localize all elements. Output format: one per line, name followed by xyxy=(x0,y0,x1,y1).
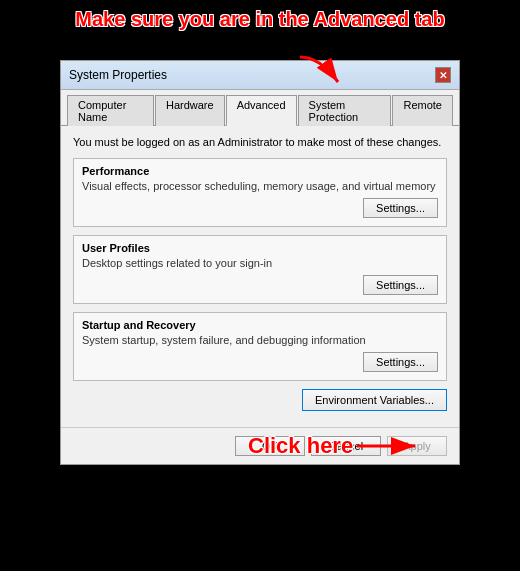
performance-settings-button[interactable]: Settings... xyxy=(363,198,438,218)
startup-recovery-desc: System startup, system failure, and debu… xyxy=(82,334,438,346)
startup-recovery-section: Startup and Recovery System startup, sys… xyxy=(73,312,447,381)
performance-title: Performance xyxy=(82,165,438,177)
system-properties-dialog: System Properties ✕ Computer Name Hardwa… xyxy=(60,60,460,465)
tab-computer-name[interactable]: Computer Name xyxy=(67,95,154,126)
performance-desc: Visual effects, processor scheduling, me… xyxy=(82,180,438,192)
admin-notice: You must be logged on as an Administrato… xyxy=(73,134,447,150)
title-bar: System Properties ✕ xyxy=(61,61,459,90)
tab-hardware[interactable]: Hardware xyxy=(155,95,225,126)
startup-recovery-settings-button[interactable]: Settings... xyxy=(363,352,438,372)
tab-content: You must be logged on as an Administrato… xyxy=(61,126,459,427)
tab-system-protection[interactable]: System Protection xyxy=(298,95,392,126)
dialog-title: System Properties xyxy=(69,68,167,82)
tab-advanced[interactable]: Advanced xyxy=(226,95,297,126)
arrow-to-tab xyxy=(290,52,350,99)
performance-section: Performance Visual effects, processor sc… xyxy=(73,158,447,227)
instruction-text: Make sure you are in the Advanced tab xyxy=(75,8,444,31)
env-variables-row: Environment Variables... xyxy=(73,389,447,411)
user-profiles-title: User Profiles xyxy=(82,242,438,254)
tab-remote[interactable]: Remote xyxy=(392,95,453,126)
user-profiles-settings-button[interactable]: Settings... xyxy=(363,275,438,295)
environment-variables-button[interactable]: Environment Variables... xyxy=(302,389,447,411)
close-button[interactable]: ✕ xyxy=(435,67,451,83)
user-profiles-section: User Profiles Desktop settings related t… xyxy=(73,235,447,304)
user-profiles-desc: Desktop settings related to your sign-in xyxy=(82,257,438,269)
tab-strip: Computer Name Hardware Advanced System P… xyxy=(61,90,459,126)
click-here-annotation: Click here xyxy=(248,433,427,459)
startup-recovery-title: Startup and Recovery xyxy=(82,319,438,331)
click-here-label: Click here xyxy=(248,433,353,459)
